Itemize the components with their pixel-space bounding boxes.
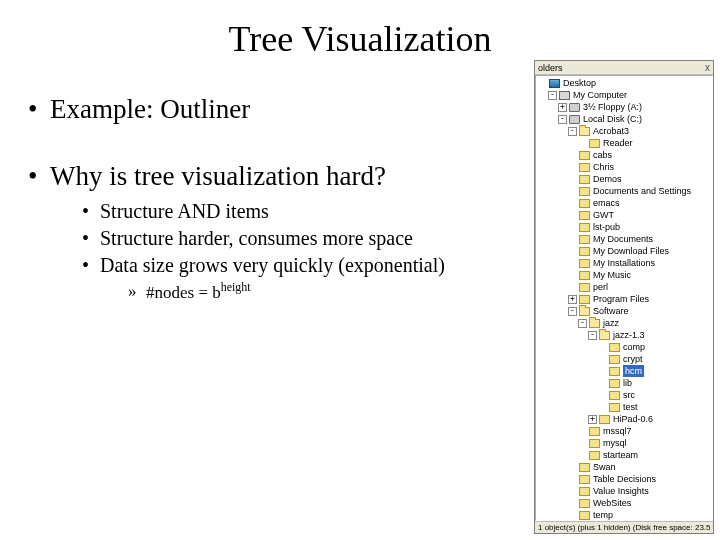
tree-node-label[interactable]: lst-pub: [593, 221, 620, 233]
tree-node-label[interactable]: jazz-1.3: [613, 329, 645, 341]
tree-node-label[interactable]: cabs: [593, 149, 612, 161]
tree-node-label[interactable]: Table Decisions: [593, 473, 656, 485]
collapse-icon[interactable]: -: [558, 115, 567, 124]
expand-icon[interactable]: +: [588, 415, 597, 424]
tree-node-label[interactable]: lib: [623, 377, 632, 389]
expand-spacer: [568, 283, 577, 292]
tree-node-label[interactable]: My Installations: [593, 257, 655, 269]
collapse-icon[interactable]: -: [588, 331, 597, 340]
collapse-icon[interactable]: -: [568, 307, 577, 316]
tree-node[interactable]: Reader: [538, 137, 712, 149]
tree-node[interactable]: lst-pub: [538, 221, 712, 233]
tree-node[interactable]: Demos: [538, 173, 712, 185]
expand-spacer: [568, 175, 577, 184]
tree-node[interactable]: +HiPad-0.6: [538, 413, 712, 425]
folder-open-icon: [589, 319, 600, 328]
tree-node[interactable]: -Local Disk (C:): [538, 113, 712, 125]
tree-node-label[interactable]: starteam: [603, 449, 638, 461]
tree-node[interactable]: +3½ Floppy (A:): [538, 101, 712, 113]
formula-base: #nodes = b: [146, 283, 221, 302]
tree-node-label[interactable]: temp: [593, 509, 613, 521]
expand-icon[interactable]: +: [558, 103, 567, 112]
tree-node[interactable]: Value Insights: [538, 485, 712, 497]
tree-node-label[interactable]: My Computer: [573, 89, 627, 101]
tree-body[interactable]: Desktop-My Computer+3½ Floppy (A:)-Local…: [535, 75, 713, 521]
folder-closed-icon: [589, 439, 600, 448]
tree-node[interactable]: WebSites: [538, 497, 712, 509]
tree-node[interactable]: My Installations: [538, 257, 712, 269]
folder-closed-icon: [579, 511, 590, 520]
tree-node[interactable]: mysql: [538, 437, 712, 449]
tree-node[interactable]: GWT: [538, 209, 712, 221]
tree-node[interactable]: -My Computer: [538, 89, 712, 101]
tree-node-label[interactable]: emacs: [593, 197, 620, 209]
expand-spacer: [598, 367, 607, 376]
tree-node[interactable]: perl: [538, 281, 712, 293]
tree-node[interactable]: src: [538, 389, 712, 401]
collapse-icon[interactable]: -: [568, 127, 577, 136]
tree-node-label[interactable]: My Music: [593, 269, 631, 281]
tree-node[interactable]: mssql7: [538, 425, 712, 437]
tree-node-label[interactable]: My Documents: [593, 233, 653, 245]
tree-node[interactable]: comp: [538, 341, 712, 353]
expand-spacer: [568, 475, 577, 484]
tree-node-label[interactable]: comp: [623, 341, 645, 353]
tree-node-label[interactable]: Desktop: [563, 77, 596, 89]
tree-node-label[interactable]: Value Insights: [593, 485, 649, 497]
tree-node-label[interactable]: WebSites: [593, 497, 631, 509]
tree-node-label[interactable]: Local Disk (C:): [583, 113, 642, 125]
tree-node-label[interactable]: jazz: [603, 317, 619, 329]
tree-node-label[interactable]: hcm: [623, 365, 644, 377]
tree-node[interactable]: hcm: [538, 365, 712, 377]
tree-node[interactable]: crypt: [538, 353, 712, 365]
tree-node-label[interactable]: Swan: [593, 461, 616, 473]
bullet-text: Structure harder, consumes more space: [100, 225, 413, 252]
tree-node-label[interactable]: perl: [593, 281, 608, 293]
tree-node[interactable]: Swan: [538, 461, 712, 473]
tree-node[interactable]: temp: [538, 509, 712, 521]
tree-node[interactable]: emacs: [538, 197, 712, 209]
tree-node-label[interactable]: crypt: [623, 353, 643, 365]
expand-icon[interactable]: +: [568, 295, 577, 304]
tree-node-label[interactable]: src: [623, 389, 635, 401]
expand-spacer: [568, 223, 577, 232]
tree-node[interactable]: cabs: [538, 149, 712, 161]
tree-node-label[interactable]: mysql: [603, 437, 627, 449]
collapse-icon[interactable]: -: [578, 319, 587, 328]
tree-node-label[interactable]: Chris: [593, 161, 614, 173]
tree-node[interactable]: My Download Files: [538, 245, 712, 257]
tree-node-label[interactable]: mssql7: [603, 425, 632, 437]
tree-node-label[interactable]: GWT: [593, 209, 614, 221]
tree-node[interactable]: test: [538, 401, 712, 413]
collapse-icon[interactable]: -: [548, 91, 557, 100]
tree-node-label[interactable]: Program Files: [593, 293, 649, 305]
tree-node-label[interactable]: My Download Files: [593, 245, 669, 257]
tree-node[interactable]: +Program Files: [538, 293, 712, 305]
tree-node-label[interactable]: Software: [593, 305, 629, 317]
tree-node[interactable]: Documents and Settings: [538, 185, 712, 197]
tree-node-label[interactable]: test: [623, 401, 638, 413]
expand-spacer: [598, 391, 607, 400]
tree-node[interactable]: -jazz: [538, 317, 712, 329]
tree-node[interactable]: My Documents: [538, 233, 712, 245]
tree-node-label[interactable]: Demos: [593, 173, 622, 185]
tree-node[interactable]: Chris: [538, 161, 712, 173]
tree-node-label[interactable]: 3½ Floppy (A:): [583, 101, 642, 113]
close-icon[interactable]: x: [705, 62, 710, 73]
tree-node[interactable]: starteam: [538, 449, 712, 461]
tree-node[interactable]: My Music: [538, 269, 712, 281]
tree-node[interactable]: -jazz-1.3: [538, 329, 712, 341]
tree-node[interactable]: -Acrobat3: [538, 125, 712, 137]
expand-spacer: [568, 163, 577, 172]
tree-node[interactable]: lib: [538, 377, 712, 389]
expand-spacer: [568, 463, 577, 472]
tree-node[interactable]: Desktop: [538, 77, 712, 89]
tree-node-label[interactable]: Acrobat3: [593, 125, 629, 137]
tree-node-label[interactable]: Reader: [603, 137, 633, 149]
folder-closed-icon: [579, 235, 590, 244]
tree-node[interactable]: Table Decisions: [538, 473, 712, 485]
tree-node-label[interactable]: Documents and Settings: [593, 185, 691, 197]
tree-node[interactable]: -Software: [538, 305, 712, 317]
folder-closed-icon: [579, 151, 590, 160]
tree-node-label[interactable]: HiPad-0.6: [613, 413, 653, 425]
